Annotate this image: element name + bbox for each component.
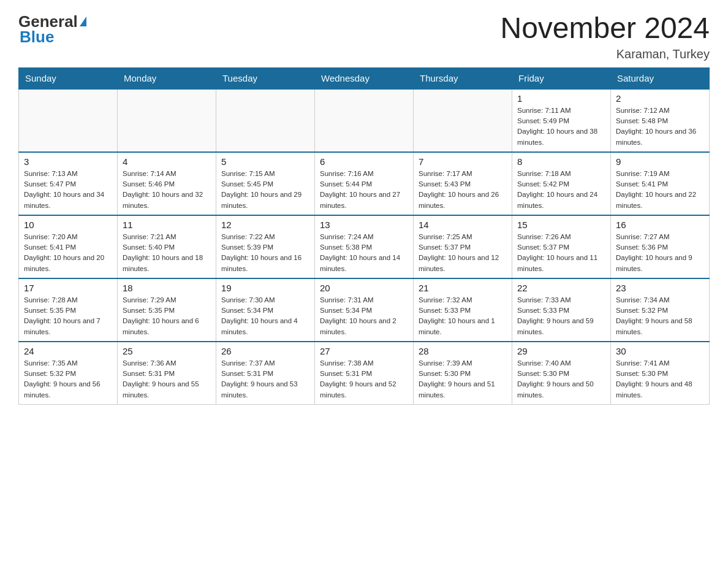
day-number: 20 <box>320 283 408 293</box>
day-info: Sunrise: 7:27 AMSunset: 5:36 PMDaylight:… <box>616 232 704 274</box>
calendar-day-cell: 22Sunrise: 7:33 AMSunset: 5:33 PMDayligh… <box>512 278 611 342</box>
calendar-day-cell: 26Sunrise: 7:37 AMSunset: 5:31 PMDayligh… <box>216 342 315 405</box>
calendar-day-cell: 16Sunrise: 7:27 AMSunset: 5:36 PMDayligh… <box>611 215 710 278</box>
calendar-week-row: 1Sunrise: 7:11 AMSunset: 5:49 PMDaylight… <box>19 89 710 152</box>
day-number: 1 <box>517 93 605 104</box>
calendar-day-cell: 11Sunrise: 7:21 AMSunset: 5:40 PMDayligh… <box>118 215 216 278</box>
day-number: 21 <box>419 283 507 293</box>
calendar-weekday-header: Monday <box>118 67 216 89</box>
calendar-day-cell: 14Sunrise: 7:25 AMSunset: 5:37 PMDayligh… <box>414 215 512 278</box>
day-number: 17 <box>24 283 112 293</box>
calendar-day-cell: 30Sunrise: 7:41 AMSunset: 5:30 PMDayligh… <box>611 342 710 405</box>
calendar-day-cell: 20Sunrise: 7:31 AMSunset: 5:34 PMDayligh… <box>315 278 414 342</box>
logo-blue-text: Blue <box>20 28 54 47</box>
day-number: 22 <box>517 283 605 293</box>
calendar-day-cell: 28Sunrise: 7:39 AMSunset: 5:30 PMDayligh… <box>414 342 512 405</box>
day-info: Sunrise: 7:16 AMSunset: 5:44 PMDaylight:… <box>320 169 408 211</box>
calendar-day-cell: 29Sunrise: 7:40 AMSunset: 5:30 PMDayligh… <box>512 342 611 405</box>
calendar-day-cell <box>414 89 512 152</box>
day-number: 7 <box>419 156 507 167</box>
calendar-header-row: SundayMondayTuesdayWednesdayThursdayFrid… <box>19 67 710 89</box>
calendar-day-cell: 3Sunrise: 7:13 AMSunset: 5:47 PMDaylight… <box>19 152 118 215</box>
day-number: 15 <box>517 220 605 230</box>
day-info: Sunrise: 7:21 AMSunset: 5:40 PMDaylight:… <box>123 232 211 274</box>
day-info: Sunrise: 7:38 AMSunset: 5:31 PMDaylight:… <box>320 358 408 400</box>
day-info: Sunrise: 7:15 AMSunset: 5:45 PMDaylight:… <box>221 169 309 211</box>
calendar-week-row: 10Sunrise: 7:20 AMSunset: 5:41 PMDayligh… <box>19 215 710 278</box>
day-info: Sunrise: 7:39 AMSunset: 5:30 PMDaylight:… <box>419 358 507 400</box>
day-info: Sunrise: 7:35 AMSunset: 5:32 PMDaylight:… <box>24 358 112 400</box>
day-number: 23 <box>616 283 704 293</box>
logo: General Blue <box>18 12 86 47</box>
calendar-day-cell <box>216 89 315 152</box>
calendar-week-row: 24Sunrise: 7:35 AMSunset: 5:32 PMDayligh… <box>19 342 710 405</box>
title-section: November 2024 Karaman, Turkey <box>500 12 710 61</box>
day-number: 29 <box>517 346 605 356</box>
calendar-week-row: 3Sunrise: 7:13 AMSunset: 5:47 PMDaylight… <box>19 152 710 215</box>
day-info: Sunrise: 7:41 AMSunset: 5:30 PMDaylight:… <box>616 358 704 400</box>
day-info: Sunrise: 7:18 AMSunset: 5:42 PMDaylight:… <box>517 169 605 211</box>
day-number: 12 <box>221 220 309 230</box>
day-info: Sunrise: 7:26 AMSunset: 5:37 PMDaylight:… <box>517 232 605 274</box>
day-info: Sunrise: 7:29 AMSunset: 5:35 PMDaylight:… <box>123 295 211 337</box>
calendar-day-cell: 18Sunrise: 7:29 AMSunset: 5:35 PMDayligh… <box>118 278 216 342</box>
calendar-day-cell: 23Sunrise: 7:34 AMSunset: 5:32 PMDayligh… <box>611 278 710 342</box>
day-number: 28 <box>419 346 507 356</box>
calendar-day-cell: 8Sunrise: 7:18 AMSunset: 5:42 PMDaylight… <box>512 152 611 215</box>
day-number: 6 <box>320 156 408 167</box>
day-info: Sunrise: 7:32 AMSunset: 5:33 PMDaylight:… <box>419 295 507 337</box>
day-number: 9 <box>616 156 704 167</box>
calendar-weekday-header: Tuesday <box>216 67 315 89</box>
day-number: 5 <box>221 156 309 167</box>
calendar-day-cell: 10Sunrise: 7:20 AMSunset: 5:41 PMDayligh… <box>19 215 118 278</box>
day-info: Sunrise: 7:11 AMSunset: 5:49 PMDaylight:… <box>517 105 605 148</box>
day-info: Sunrise: 7:17 AMSunset: 5:43 PMDaylight:… <box>419 169 507 211</box>
calendar-day-cell <box>118 89 216 152</box>
calendar-day-cell: 19Sunrise: 7:30 AMSunset: 5:34 PMDayligh… <box>216 278 315 342</box>
day-info: Sunrise: 7:34 AMSunset: 5:32 PMDaylight:… <box>616 295 704 337</box>
day-info: Sunrise: 7:22 AMSunset: 5:39 PMDaylight:… <box>221 232 309 274</box>
day-info: Sunrise: 7:31 AMSunset: 5:34 PMDaylight:… <box>320 295 408 337</box>
calendar-day-cell: 25Sunrise: 7:36 AMSunset: 5:31 PMDayligh… <box>118 342 216 405</box>
day-number: 4 <box>123 156 211 167</box>
day-number: 26 <box>221 346 309 356</box>
day-info: Sunrise: 7:12 AMSunset: 5:48 PMDaylight:… <box>616 105 704 148</box>
day-number: 16 <box>616 220 704 230</box>
day-number: 8 <box>517 156 605 167</box>
day-info: Sunrise: 7:25 AMSunset: 5:37 PMDaylight:… <box>419 232 507 274</box>
day-number: 19 <box>221 283 309 293</box>
day-info: Sunrise: 7:24 AMSunset: 5:38 PMDaylight:… <box>320 232 408 274</box>
calendar-weekday-header: Sunday <box>19 67 118 89</box>
day-number: 18 <box>123 283 211 293</box>
page-header: General Blue November 2024 Karaman, Turk… <box>18 12 710 61</box>
day-number: 2 <box>616 93 704 104</box>
calendar-weekday-header: Thursday <box>414 67 512 89</box>
calendar-day-cell: 24Sunrise: 7:35 AMSunset: 5:32 PMDayligh… <box>19 342 118 405</box>
calendar-week-row: 17Sunrise: 7:28 AMSunset: 5:35 PMDayligh… <box>19 278 710 342</box>
location: Karaman, Turkey <box>500 47 710 61</box>
calendar-day-cell <box>315 89 414 152</box>
calendar-day-cell: 6Sunrise: 7:16 AMSunset: 5:44 PMDaylight… <box>315 152 414 215</box>
calendar-weekday-header: Friday <box>512 67 611 89</box>
day-info: Sunrise: 7:28 AMSunset: 5:35 PMDaylight:… <box>24 295 112 337</box>
day-number: 14 <box>419 220 507 230</box>
calendar-weekday-header: Saturday <box>611 67 710 89</box>
day-info: Sunrise: 7:30 AMSunset: 5:34 PMDaylight:… <box>221 295 309 337</box>
day-info: Sunrise: 7:13 AMSunset: 5:47 PMDaylight:… <box>24 169 112 211</box>
day-number: 24 <box>24 346 112 356</box>
calendar-day-cell: 15Sunrise: 7:26 AMSunset: 5:37 PMDayligh… <box>512 215 611 278</box>
day-info: Sunrise: 7:40 AMSunset: 5:30 PMDaylight:… <box>517 358 605 400</box>
calendar-day-cell: 17Sunrise: 7:28 AMSunset: 5:35 PMDayligh… <box>19 278 118 342</box>
day-info: Sunrise: 7:14 AMSunset: 5:46 PMDaylight:… <box>123 169 211 211</box>
calendar-day-cell: 21Sunrise: 7:32 AMSunset: 5:33 PMDayligh… <box>414 278 512 342</box>
calendar-day-cell: 7Sunrise: 7:17 AMSunset: 5:43 PMDaylight… <box>414 152 512 215</box>
day-info: Sunrise: 7:19 AMSunset: 5:41 PMDaylight:… <box>616 169 704 211</box>
day-info: Sunrise: 7:20 AMSunset: 5:41 PMDaylight:… <box>24 232 112 274</box>
day-number: 25 <box>123 346 211 356</box>
calendar-day-cell: 13Sunrise: 7:24 AMSunset: 5:38 PMDayligh… <box>315 215 414 278</box>
calendar-weekday-header: Wednesday <box>315 67 414 89</box>
calendar-day-cell: 5Sunrise: 7:15 AMSunset: 5:45 PMDaylight… <box>216 152 315 215</box>
calendar-day-cell: 2Sunrise: 7:12 AMSunset: 5:48 PMDaylight… <box>611 89 710 152</box>
day-number: 30 <box>616 346 704 356</box>
calendar-day-cell: 12Sunrise: 7:22 AMSunset: 5:39 PMDayligh… <box>216 215 315 278</box>
